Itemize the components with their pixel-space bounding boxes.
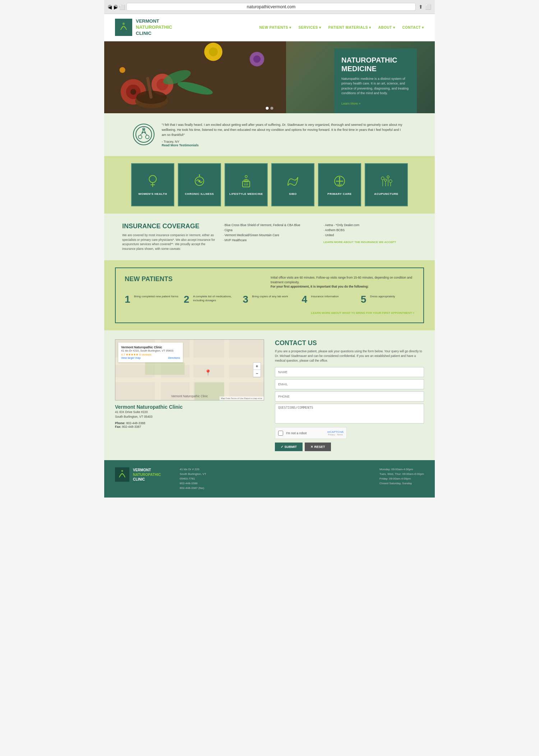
service-card-sibo[interactable]: SIBO [271,163,314,206]
map-clinic-name: Vermont Naturopathic Clinic [121,345,180,349]
svg-point-22 [146,135,149,139]
services-section: WOMEN'S HEALTH CHRONIC ILLNESS [104,156,435,214]
service-card-acupuncture[interactable]: ACUPUNCTURE [365,163,408,206]
address-street: 41 IDX Drive Suite #220 [115,410,264,414]
insurance-col2: Blue Cross Blue Shield of Vermont, Feder… [223,223,316,251]
insurance-col3: Aetna - *Only Dealer.com Anthem BCBS Uni… [323,223,417,251]
step-5-text: Dress appropriately [370,294,395,298]
map-zoom-in[interactable]: + [253,363,261,370]
reset-button[interactable]: ✕ RESET [305,443,331,451]
hero-dot-2[interactable] [271,107,273,110]
step-2-text: A complete list of medications, includin… [193,294,237,302]
hero-content-box: NATUROPATHIC MEDICINE Naturopathic medic… [334,49,417,113]
svg-point-34 [245,175,247,178]
svg-point-21 [138,135,142,139]
map-rating: 4.7 ★★★★★ 6 reviews [121,353,180,356]
step-2-number: 2 [184,294,191,304]
insurance-title: INSURANCE COVERAGE [122,223,216,230]
email-input[interactable] [275,379,424,389]
nav-new-patients[interactable]: NEW PATIENTS ▾ [259,26,291,29]
insurance-item: United [323,233,417,238]
svg-point-12 [253,55,261,63]
svg-point-1 [123,23,125,25]
submit-button[interactable]: ✓ SUBMIT [275,443,303,451]
testimonial-read-more-link[interactable]: Read More Testimonials [162,143,406,147]
step-3: 3 Bring copies of any lab work [243,294,296,304]
map-info-box: Vermont Naturopathic Clinic 41 Idx Dr #2… [118,343,183,362]
service-card-primary-care[interactable]: PRIMARY CARE [318,163,361,206]
insurance-learn-more-link[interactable]: LEARN MORE ABOUT THE INSURANCE WE ACCEPT [323,240,417,244]
address-city: South Burlington, VT 05403 [115,414,264,419]
map-zoom-out[interactable]: − [253,370,261,377]
logo-text: VERMONT NATUROPATHIC CLINIC [136,18,172,37]
footer-logo-text: VERMONT NATUROPATHIC CLINIC [133,468,161,482]
new-patients-learn-more-link[interactable]: LEARN MORE ABOUT WHAT TO BRING FOR YOUR … [311,311,414,315]
logo-area[interactable]: VERMONT NATUROPATHIC CLINIC [115,18,172,37]
acupuncture-icon [379,174,393,190]
step-1: 1 Bring completed new patient forms [125,294,178,304]
insurance-item: Anthem BCBS [323,228,417,233]
address-clinic-name: Vermont Naturopathic Clinic [115,404,264,410]
contact-section: Vermont Naturopathic Clinic Vermont Natu… [104,330,435,460]
browser-share-btn[interactable]: ⬆ [419,4,423,10]
new-patients-description: Initial office visits are 60 minutes. Fo… [271,275,414,285]
hero-description: Naturopathic medicine is a distinct syst… [341,77,410,96]
hero-learn-more-link[interactable]: Learn More » [341,102,361,105]
primary-care-label: PRIMARY CARE [327,192,351,196]
map-address: 41 Idx Dr #210, South Burlington, VT 054… [121,349,180,352]
address-phone: Phone: 802-448-3388 [115,421,264,425]
phone-input[interactable] [275,391,424,402]
testimonial-content: "I felt that I was finally heard. I am e… [162,122,406,147]
address-bar[interactable]: naturopathicvermont.com [126,3,416,11]
womens-health-label: WOMEN'S HEALTH [138,192,167,196]
map-directions-link[interactable]: Directions [168,356,180,359]
nav-services[interactable]: SERVICES ▾ [299,26,321,29]
step-5: 5 Dress appropriately [361,294,414,304]
footer-hours: Monday: 09:00am-4:00pm Tues, Wed, Thur: … [379,467,424,486]
chronic-illness-icon [192,174,207,190]
hero-dots [266,107,273,110]
svg-point-8 [120,67,125,73]
nav-patient-materials[interactable]: PATIENT MATERIALS ▾ [328,26,371,29]
step-3-number: 3 [243,294,250,304]
captcha-brand: reCAPTCHA Privacy - Terms [327,430,344,436]
insurance-item: Aetna - *Only Dealer.com [323,223,417,228]
browser-back-btn[interactable]: ◀ [108,5,112,9]
testimonial-icon [133,124,155,145]
service-card-lifestyle[interactable]: LIFESTYLE MEDICINE [225,163,268,206]
browser-page-btn[interactable]: ⬜ [119,5,124,9]
svg-point-44 [389,180,392,183]
svg-point-5 [130,89,136,95]
hero-dot-1[interactable] [266,107,269,110]
contact-us-title: CONTACT US [275,339,424,347]
footer-logo-icon [115,467,129,482]
new-patients-header: NEW PATIENTS Initial office visits are 6… [125,275,414,289]
map-view-larger-link[interactable]: View larger map [121,356,140,359]
insurance-description: We are covered by most insurance compani… [122,233,216,251]
browser-chrome: ◀ ▶ ⬜ naturopathicvermont.com ⬆ ⬜ [104,0,435,14]
captcha-box: I'm not a robot reCAPTCHA Privacy - Term… [275,427,347,439]
svg-rect-56 [145,362,185,375]
name-input[interactable] [275,367,424,377]
steps-row: 1 Bring completed new patient forms 2 A … [125,294,414,304]
primary-care-icon [332,174,347,190]
nav-contact[interactable]: CONTACT ▾ [402,26,424,29]
hero-image-area [104,41,286,113]
map-credit: Map Data Terms of Use Report a map error [220,397,264,400]
logo-icon [115,19,132,36]
service-card-womens-health[interactable]: WOMEN'S HEALTH [131,163,174,206]
message-input[interactable] [275,404,424,423]
nav-menu: NEW PATIENTS ▾ SERVICES ▾ PATIENT MATERI… [259,26,424,29]
svg-point-60 [121,470,123,472]
browser-new-tab-btn[interactable]: ⬜ [425,4,431,10]
insurance-item: Vermont Medicaid/Green Mountain Care [223,233,316,238]
service-card-chronic-illness[interactable]: CHRONIC ILLNESS [178,163,221,206]
new-patients-section: NEW PATIENTS Initial office visits are 6… [104,260,435,330]
svg-point-42 [381,177,384,180]
chronic-illness-label: CHRONIC ILLNESS [185,192,214,196]
captcha-checkbox[interactable] [278,431,283,436]
sibo-label: SIBO [289,192,297,196]
browser-forward-btn[interactable]: ▶ [114,5,118,9]
svg-point-49 [384,179,387,181]
nav-about[interactable]: ABOUT ▾ [378,26,395,29]
